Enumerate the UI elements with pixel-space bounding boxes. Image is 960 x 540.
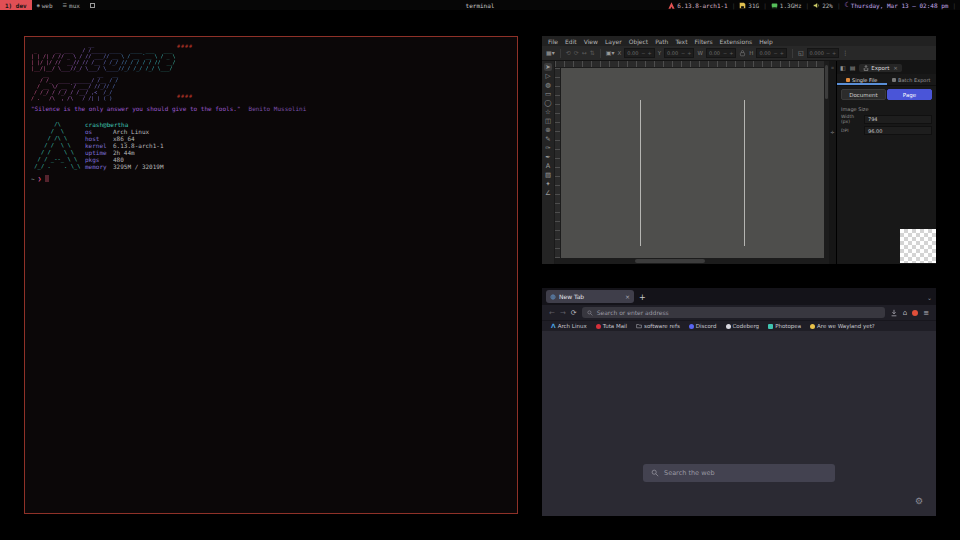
snap-icon[interactable]: ⌗ [831, 65, 834, 70]
workspace-dev[interactable]: 1) dev [0, 0, 32, 10]
decrement-button[interactable]: − [826, 50, 830, 56]
horizontal-scrollbar[interactable] [555, 258, 824, 264]
layers-dock-icon[interactable]: ▤ [850, 64, 856, 71]
menu-item-file[interactable]: File [548, 38, 558, 45]
menu-item-view[interactable]: View [584, 38, 598, 45]
all-tabs-chevron-icon[interactable]: ⌄ [927, 294, 932, 301]
workspace-scratchpad[interactable] [85, 0, 100, 10]
settings-gear-icon[interactable]: ⚙ [915, 497, 923, 506]
fill-stroke-dock-icon[interactable]: ◧ [840, 64, 846, 71]
tab-close-icon[interactable]: × [625, 293, 630, 300]
decrement-button[interactable]: − [641, 50, 645, 56]
gradient-tool[interactable]: ▨ [545, 171, 551, 179]
bookmark-label: Tuta Mail [603, 323, 627, 329]
menu-item-text[interactable]: Text [675, 38, 687, 45]
bookmark-discord[interactable]: Discord [689, 323, 717, 329]
address-bar[interactable]: Search or enter address [582, 307, 885, 318]
rotate-cw-icon[interactable]: ⟳ [574, 50, 579, 56]
y-field[interactable]: 0.00−+ [664, 48, 694, 58]
increment-button[interactable]: + [832, 50, 836, 56]
page-button[interactable]: Page [887, 89, 932, 100]
floppy-icon [739, 2, 746, 9]
tab-new-tab[interactable]: New Tab × [546, 290, 634, 303]
pen-tool[interactable]: ✑ [545, 144, 550, 152]
menu-item-help[interactable]: Help [759, 38, 773, 45]
rectangle-tool[interactable]: ▭ [545, 90, 551, 98]
increment-button[interactable]: + [687, 50, 691, 56]
home-icon[interactable]: ⌂ [903, 309, 907, 317]
menu-item-object[interactable]: Object [629, 38, 649, 45]
h-field[interactable]: 0.00−+ [756, 48, 786, 58]
increment-button[interactable]: + [647, 50, 651, 56]
selection-mode-dropdown-icon[interactable]: ▦▾ [546, 50, 555, 56]
flip-vertical-icon[interactable]: ⇅ [590, 50, 595, 56]
star-tool[interactable]: ☆ [545, 108, 551, 116]
document-button[interactable]: Document [841, 89, 886, 100]
export-dock-tab[interactable]: Export × [859, 64, 902, 72]
overflow-menu-icon[interactable]: ⋮ [842, 50, 848, 56]
rotate-ccw-icon[interactable]: ⟲ [566, 50, 571, 56]
lock-ratio-icon[interactable] [739, 49, 746, 57]
scale-corners-icon[interactable]: ◱ [798, 50, 804, 56]
x-field[interactable]: 0.00−+ [624, 48, 654, 58]
drawing-canvas[interactable] [561, 68, 824, 258]
box-3d-tool[interactable]: ◫ [545, 117, 551, 125]
bookmark-are-we-wayland-yet[interactable]: Are we Wayland yet? [810, 323, 875, 329]
increment-button[interactable]: + [729, 50, 733, 56]
node-editor-tool[interactable]: ▷ [546, 72, 551, 80]
selector-tool[interactable]: ➤ [544, 63, 551, 71]
dpi-input[interactable]: 96.00 [864, 126, 932, 135]
menu-item-path[interactable]: Path [655, 38, 668, 45]
snap-options-icon[interactable]: ✛ [831, 130, 835, 135]
menu-item-edit[interactable]: Edit [565, 38, 577, 45]
forward-button[interactable]: → [560, 309, 566, 317]
terminal-window[interactable]: __ _ __ ___ / /_____ ____ ____ ___ ___ |… [24, 36, 518, 514]
date-time: Thursday, Mar 13 — 02:48 pm [851, 2, 949, 9]
dropper-tool[interactable]: ✦ [545, 180, 550, 188]
scrollbar-thumb[interactable] [825, 65, 828, 99]
extra-field[interactable]: 0.000−+ [807, 48, 840, 58]
text-tool[interactable]: A [546, 162, 550, 170]
download-icon[interactable] [890, 309, 898, 317]
measure-tool[interactable]: ∠ [545, 189, 551, 197]
horizontal-ruler[interactable] [555, 61, 824, 68]
workspace-mux[interactable]: ☰mux [58, 0, 85, 10]
menu-item-extensions[interactable]: Extensions [720, 38, 753, 45]
bookmark-arch-linux[interactable]: ΛArch Linux [551, 323, 587, 329]
bookmark-photopea[interactable]: Photopea [768, 323, 801, 329]
separator: | [732, 2, 736, 9]
extension-icon[interactable] [912, 310, 918, 316]
w-field[interactable]: 0.00−+ [706, 48, 736, 58]
decrement-button[interactable]: − [773, 50, 777, 56]
bookmark-software-refs[interactable]: software refs [636, 323, 680, 329]
menu-item-layer[interactable]: Layer [605, 38, 622, 45]
back-button[interactable]: ← [549, 309, 555, 317]
decrement-button[interactable]: − [681, 50, 685, 56]
bbox-dropdown-icon[interactable]: ▣▾ [606, 50, 615, 56]
close-icon[interactable]: × [893, 65, 898, 71]
pencil-tool[interactable]: ✎ [545, 135, 550, 143]
bookmark-tuta-mail[interactable]: Tuta Mail [596, 323, 627, 329]
calligraphy-tool[interactable]: ✒ [545, 153, 550, 161]
increment-button[interactable]: + [780, 50, 784, 56]
vertical-scrollbar[interactable] [824, 61, 829, 264]
decrement-button[interactable]: − [723, 50, 727, 56]
shape-builder-tool[interactable]: ◍ [545, 81, 551, 89]
tab-batch-export[interactable]: Batch Export [887, 74, 937, 85]
menu-item-filters[interactable]: Filters [695, 38, 713, 45]
scrollbar-thumb[interactable] [635, 259, 705, 263]
bookmark-codeberg[interactable]: Codeberg [726, 323, 760, 329]
tab-single-file[interactable]: Single File [837, 74, 887, 85]
new-tab-button[interactable]: + [639, 293, 646, 302]
flip-horizontal-icon[interactable]: ↔ [582, 50, 587, 56]
inkscape-window: File Edit View Layer Object Path Text Fi… [542, 36, 936, 264]
menu-icon[interactable]: ≡ [923, 309, 929, 317]
ellipse-tool[interactable]: ◯ [544, 99, 551, 107]
web-search-input[interactable]: Search the web [643, 464, 835, 482]
separator: | [952, 2, 956, 9]
reload-button[interactable]: ⟳ [571, 309, 577, 317]
workspace-web[interactable]: ◉web [32, 0, 58, 10]
spiral-tool[interactable]: ⊚ [545, 126, 550, 134]
width-input[interactable]: 794 [864, 115, 932, 124]
shell-prompt[interactable]: ~ ❯ [31, 175, 49, 182]
